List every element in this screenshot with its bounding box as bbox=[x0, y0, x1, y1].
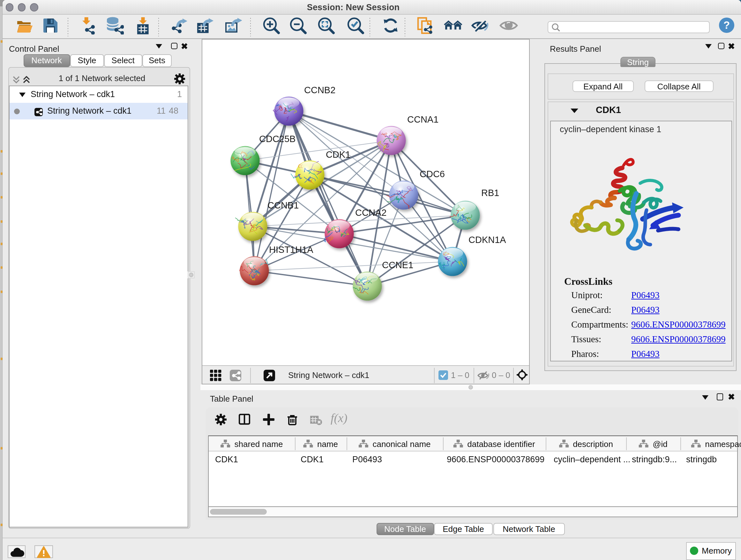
svg-text:CDC6: CDC6 bbox=[419, 169, 445, 179]
svg-text:?: ? bbox=[724, 19, 730, 31]
svg-text:CDKN1A: CDKN1A bbox=[468, 235, 506, 245]
svg-text:CDC25B: CDC25B bbox=[259, 134, 295, 144]
svg-text:CCNA1: CCNA1 bbox=[407, 114, 438, 125]
svg-text:CDK1: CDK1 bbox=[326, 149, 350, 160]
svg-text:CCNE1: CCNE1 bbox=[382, 260, 413, 270]
svg-text:HIST1H1A: HIST1H1A bbox=[269, 245, 313, 255]
svg-text:RB1: RB1 bbox=[481, 188, 499, 198]
svg-text:CCNB2: CCNB2 bbox=[304, 85, 335, 95]
svg-text:CCNB1: CCNB1 bbox=[267, 200, 298, 210]
svg-text:CCNA2: CCNA2 bbox=[355, 207, 386, 218]
